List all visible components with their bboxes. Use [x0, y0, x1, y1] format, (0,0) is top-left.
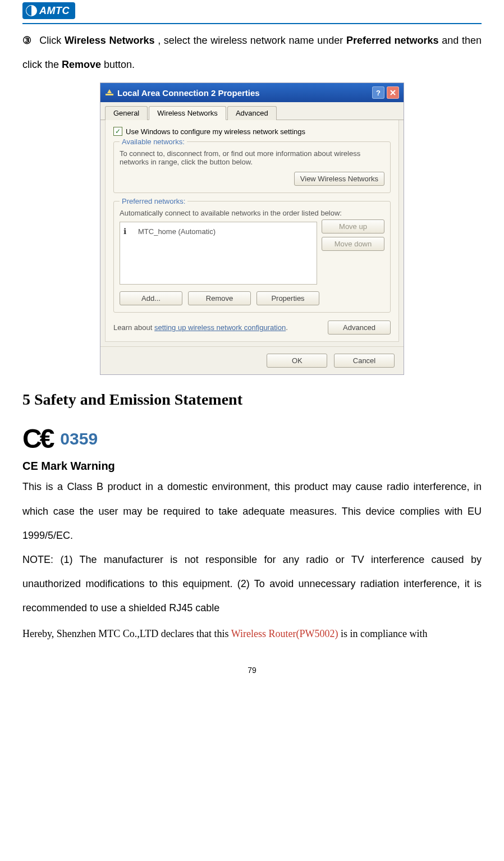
preferred-network-list[interactable]: ℹ MTC_home (Automatic) [120, 222, 317, 285]
preferred-legend: Preferred networks: [120, 197, 187, 205]
svg-rect-1 [106, 94, 113, 95]
network-item[interactable]: ℹ MTC_home (Automatic) [123, 226, 313, 237]
help-icon: ? [376, 89, 381, 97]
move-up-button[interactable]: Move up [322, 219, 384, 233]
view-wireless-networks-button[interactable]: View Wireless Networks [294, 172, 384, 186]
tab-general[interactable]: General [105, 106, 148, 120]
ok-button[interactable]: OK [267, 354, 327, 368]
brand-logo-bar: AMTC [22, 0, 482, 23]
step-number: ③ [22, 35, 32, 46]
ce-paragraph-1: This is a Class B product in a domestic … [22, 475, 482, 548]
close-icon [390, 89, 396, 96]
tab-body: ✓ Use Windows to configure my wireless n… [105, 120, 399, 342]
learn-text-a: Learn about [113, 323, 154, 332]
instr-text-c: , select the wireless network name under [158, 35, 346, 46]
page-number: 79 [22, 666, 482, 675]
properties-dialog: Local Area Connection 2 Properties ? Gen… [100, 83, 404, 375]
checkbox-label: Use Windows to configure my wireless net… [126, 127, 305, 136]
learn-link[interactable]: setting up wireless network configuratio… [154, 323, 286, 332]
checkbox-icon: ✓ [113, 127, 122, 136]
product-name-red: Wireless Router(PW5002) [231, 628, 338, 639]
help-button[interactable]: ? [372, 86, 384, 99]
instr-bold-wireless-networks: Wireless Networks [65, 35, 155, 46]
network-icon [105, 88, 114, 97]
preferred-networks-group: Preferred networks: Automatically connec… [113, 201, 391, 313]
close-button[interactable] [387, 86, 399, 99]
tab-strip: General Wireless Networks Advanced [100, 102, 404, 120]
tab-advanced[interactable]: Advanced [227, 106, 277, 120]
remove-button[interactable]: Remove [188, 291, 251, 305]
ce-mark-icon: C€ [22, 423, 52, 454]
preferred-text: Automatically connect to available netwo… [120, 209, 384, 217]
learn-row: Learn about setting up wireless network … [113, 320, 391, 335]
available-networks-group: Available networks: To connect to, disco… [113, 141, 391, 193]
properties-button[interactable]: Properties [256, 291, 319, 305]
section-5-heading: 5 Safety and Emission Statement [22, 391, 482, 409]
instr-text-g: button. [104, 59, 135, 70]
brand-swirl-icon [25, 4, 38, 17]
available-legend: Available networks: [120, 138, 187, 146]
advanced-button[interactable]: Advanced [328, 320, 391, 335]
tab-wireless-networks[interactable]: Wireless Networks [149, 106, 226, 120]
brand-logo: AMTC [22, 2, 75, 19]
move-down-button[interactable]: Move down [322, 237, 384, 251]
dialog-titlebar: Local Area Connection 2 Properties ? [100, 83, 404, 102]
brand-text: AMTC [39, 5, 70, 17]
instr-text-a: Click [39, 35, 65, 46]
hereby-text-b: is in compliance with [338, 628, 428, 639]
hereby-text-a: Hereby, Shenzhen MTC Co.,LTD declares th… [22, 628, 231, 639]
instruction-paragraph: ③ Click Wireless Networks , select the w… [22, 29, 482, 77]
divider-top [22, 23, 482, 24]
dialog-title: Local Area Connection 2 Properties [117, 88, 260, 98]
ce-mark-warning-heading: CE Mark Warning [22, 460, 482, 473]
add-button[interactable]: Add... [120, 291, 182, 305]
instr-bold-preferred: Preferred networks [346, 35, 439, 46]
dialog-footer: OK Cancel [100, 346, 404, 374]
antenna-icon: ℹ [123, 227, 132, 236]
ce-mark-row: C€ 0359 [22, 423, 482, 454]
use-windows-checkbox-row[interactable]: ✓ Use Windows to configure my wireless n… [113, 127, 391, 136]
instr-bold-remove: Remove [62, 59, 101, 70]
ce-number: 0359 [60, 429, 98, 448]
available-text: To connect to, disconnect from, or find … [120, 149, 384, 166]
learn-dot: . [286, 323, 288, 332]
cancel-button[interactable]: Cancel [334, 354, 395, 368]
network-name: MTC_home (Automatic) [138, 227, 216, 236]
hereby-paragraph: Hereby, Shenzhen MTC Co.,LTD declares th… [22, 624, 482, 643]
ce-paragraph-2: NOTE: (1) The manufacturer is not respon… [22, 548, 482, 621]
